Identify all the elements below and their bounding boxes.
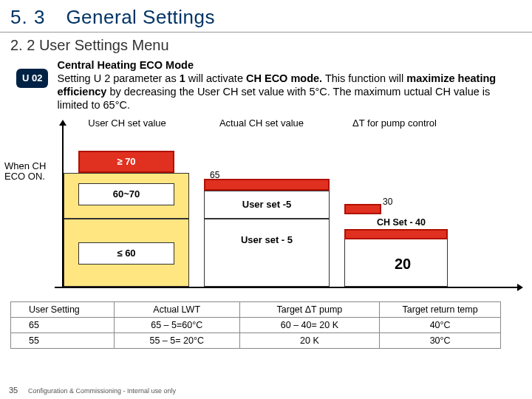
desc-l1b: will activate bbox=[188, 72, 243, 84]
cell-c2: 65 – 5=60°C bbox=[114, 317, 239, 332]
bar-chset bbox=[344, 229, 448, 239]
page-number: 35 bbox=[9, 386, 18, 395]
divider bbox=[0, 32, 532, 33]
table-row: 55 55 – 5= 20°C 20 K 30°C bbox=[11, 332, 501, 348]
side-label: When CH ECO ON. bbox=[4, 161, 56, 183]
box-60-70: 60~70 bbox=[78, 183, 174, 205]
x-axis bbox=[55, 287, 519, 288]
table-row: 65 65 – 5=60°C 60 – 40= 20 K 40°C bbox=[11, 317, 501, 332]
cell-c2: 55 – 5= 20°C bbox=[114, 332, 239, 348]
cell-c3: 60 – 40= 20 K bbox=[239, 317, 380, 332]
cell-c4: 30°C bbox=[380, 332, 501, 348]
sub-heading: 2. 2 User Settings Menu bbox=[0, 35, 532, 58]
th-target-return: Target return temp bbox=[380, 301, 501, 317]
col-head-1: User CH set value bbox=[83, 118, 171, 129]
cell-c4: 40°C bbox=[380, 317, 501, 332]
bar-30 bbox=[344, 204, 381, 214]
footer-note: Configuration & Commissioning - Internal… bbox=[28, 387, 176, 395]
box-gte70: ≥ 70 bbox=[78, 151, 174, 173]
desc-mode: CH ECO mode. bbox=[246, 72, 322, 84]
description-text: Central Heating ECO Mode Setting U 2 par… bbox=[57, 58, 522, 112]
bar-65 bbox=[204, 179, 330, 191]
slide-header: 5. 3 General Settings bbox=[0, 0, 532, 29]
summary-table: User Setting Actual LWT Target ΔT pump T… bbox=[10, 301, 501, 349]
col-head-3: ΔT for pump control bbox=[350, 118, 439, 129]
desc-l1c: This function will bbox=[325, 72, 403, 84]
section-number: 5. 3 bbox=[10, 6, 45, 29]
desc-one: 1 bbox=[180, 72, 185, 84]
page-title: General Settings bbox=[66, 6, 215, 29]
desc-heading: Central Heating ECO Mode bbox=[57, 59, 194, 71]
cell-c3: 20 K bbox=[239, 332, 380, 348]
table-row: User Setting Actual LWT Target ΔT pump T… bbox=[11, 301, 501, 317]
eco-diagram: User CH set value Actual CH set value ΔT… bbox=[10, 117, 522, 301]
desc-l2b: by decreasing the User CH set value with… bbox=[57, 86, 490, 111]
parameter-badge: U 02 bbox=[16, 69, 48, 88]
th-target-dt: Target ΔT pump bbox=[239, 301, 380, 317]
box-userset-5b: User set - 5 bbox=[204, 219, 330, 287]
col-head-2: Actual CH set value bbox=[217, 118, 306, 129]
box-userset-5a: User set -5 bbox=[204, 191, 330, 219]
th-actual-lwt: Actual LWT bbox=[114, 301, 239, 317]
cell-c1: 65 bbox=[11, 317, 115, 332]
cell-c1: 55 bbox=[11, 332, 115, 348]
box-lte60: ≤ 60 bbox=[78, 242, 174, 265]
label-20: 20 bbox=[395, 256, 411, 273]
label-chset40: CH Set - 40 bbox=[377, 217, 426, 228]
description-row: U 02 Central Heating ECO Mode Setting U … bbox=[0, 58, 532, 112]
th-user-setting: User Setting bbox=[11, 301, 115, 317]
desc-l1a: Setting U 2 parameter as bbox=[57, 72, 176, 84]
label-30: 30 bbox=[383, 197, 392, 207]
